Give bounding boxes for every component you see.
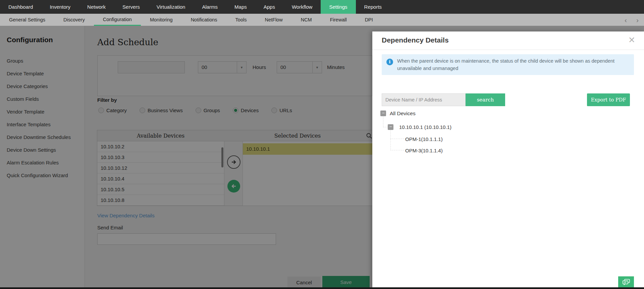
tree-node-parent-device[interactable]: 10.10.10.1 (10.10.10.1) (399, 124, 451, 130)
nav-item-alarms[interactable]: Alarms (194, 0, 226, 14)
nav-item-virtualization[interactable]: Virtualization (148, 0, 194, 14)
top-nav: Dashboard Inventory Network Servers Virt… (0, 0, 644, 14)
subnav-item-ncm[interactable]: NCM (292, 14, 321, 26)
tree-node-child-device[interactable]: OPM-3(10.1.1.4) (405, 148, 443, 153)
tree-connector (390, 139, 404, 150)
settings-sub-nav: General Settings Discovery Configuration… (0, 14, 644, 26)
tree-node-all-devices[interactable]: All Devices (390, 111, 416, 116)
subnav-item-tools[interactable]: Tools (226, 14, 256, 26)
subnav-item-notifications[interactable]: Notifications (182, 14, 226, 26)
subnav-scroll-arrows: ‹ › (625, 14, 639, 26)
nav-item-servers[interactable]: Servers (114, 0, 148, 14)
nav-item-network[interactable]: Network (79, 0, 114, 14)
tree-node-child-device[interactable]: OPM-1(10.1.1.1) (405, 136, 443, 142)
tree-connector (390, 130, 404, 139)
nav-item-workflow[interactable]: Workflow (283, 0, 321, 14)
subnav-item-firewall[interactable]: Firewall (321, 14, 356, 26)
subnav-item-netflow[interactable]: NetFlow (256, 14, 291, 26)
chevron-right-icon[interactable]: › (636, 16, 639, 23)
subnav-item-dpi[interactable]: DPI (356, 14, 382, 26)
bottom-edge-bar (0, 287, 644, 289)
tree-connector (383, 117, 387, 127)
dependency-tree: − All Devices − 10.10.10.1 (10.10.10.1) … (372, 31, 644, 289)
nav-item-apps[interactable]: Apps (255, 0, 283, 14)
dependency-details-panel: Dependency Details ✕ i When the parent d… (372, 31, 644, 289)
subnav-item-general-settings[interactable]: General Settings (0, 14, 54, 26)
collapse-minus-icon[interactable]: − (380, 111, 386, 116)
nav-item-inventory[interactable]: Inventory (41, 0, 79, 14)
subnav-item-monitoring[interactable]: Monitoring (141, 14, 182, 26)
subnav-item-configuration[interactable]: Configuration (94, 14, 141, 26)
nav-item-maps[interactable]: Maps (226, 0, 255, 14)
collapse-minus-icon[interactable]: − (388, 124, 393, 130)
nav-item-reports[interactable]: Reports (356, 0, 390, 14)
nav-item-settings[interactable]: Settings (321, 0, 356, 14)
chevron-left-icon[interactable]: ‹ (625, 16, 627, 23)
chat-bubbles-icon (622, 279, 631, 286)
feedback-chat-button[interactable] (618, 276, 634, 288)
subnav-item-discovery[interactable]: Discovery (54, 14, 94, 26)
nav-item-dashboard[interactable]: Dashboard (0, 0, 41, 14)
